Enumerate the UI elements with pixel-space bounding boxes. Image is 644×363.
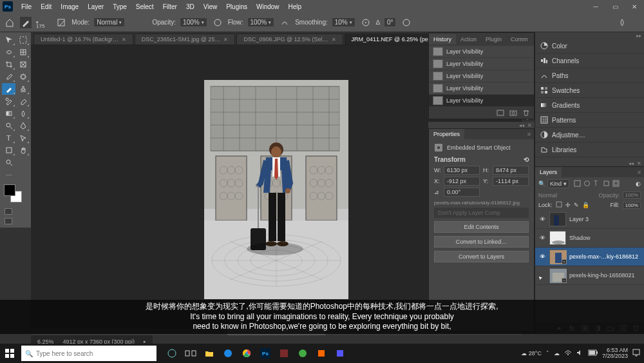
- lock-all-icon[interactable]: 🔒: [582, 202, 589, 208]
- height-input[interactable]: 8474 px: [493, 166, 529, 175]
- layer-row[interactable]: 👁 ▫ pexels-max-…kiy-6186812: [535, 248, 644, 266]
- collapse-icon[interactable]: ◂◂: [519, 123, 524, 128]
- history-brush-tool[interactable]: [2, 95, 15, 107]
- volume-icon[interactable]: [576, 349, 584, 357]
- filter-smart-icon[interactable]: [612, 180, 620, 188]
- layer-row[interactable]: 👁 Shadow: [535, 229, 644, 248]
- lock-brush-icon[interactable]: ✎: [574, 202, 579, 208]
- brush-tool[interactable]: [2, 83, 15, 95]
- flow-dropdown[interactable]: 100%▾: [247, 17, 275, 27]
- eyedropper-tool[interactable]: [2, 71, 15, 83]
- history-item[interactable]: Layer Visibility: [429, 95, 534, 107]
- paths-panel-row[interactable]: Paths: [535, 68, 644, 83]
- selection-tool[interactable]: [16, 46, 30, 58]
- angle-input[interactable]: 0.00°: [444, 188, 480, 197]
- blur-tool[interactable]: [16, 108, 30, 119]
- app-icon[interactable]: [332, 345, 348, 362]
- layer-row[interactable]: ▫ pexels-king-ho-16508021: [535, 266, 644, 285]
- close-icon[interactable]: ✕: [223, 37, 228, 43]
- pressure-size-icon[interactable]: [400, 16, 413, 29]
- visibility-toggle[interactable]: 👁: [538, 253, 546, 260]
- panel-menu-icon[interactable]: ≡: [634, 169, 644, 175]
- convert-to-layers-button[interactable]: Convert to Layers: [434, 251, 529, 262]
- menu-view[interactable]: View: [199, 3, 222, 10]
- swatches-panel-row[interactable]: Swatches: [535, 83, 644, 98]
- filter-toggle-icon[interactable]: ◐: [636, 181, 641, 187]
- lasso-tool[interactable]: [2, 46, 15, 58]
- taskview-icon[interactable]: [182, 345, 199, 362]
- edge-icon[interactable]: [220, 345, 236, 362]
- menu-file[interactable]: File: [17, 3, 36, 10]
- layers-tab[interactable]: Layers: [535, 167, 562, 177]
- comm-tab[interactable]: Comm: [506, 34, 533, 44]
- menu-filter[interactable]: Filter: [158, 3, 182, 10]
- photoshop-icon[interactable]: Ps: [257, 345, 274, 362]
- properties-tab[interactable]: Properties: [429, 129, 464, 139]
- tray-chevron-icon[interactable]: ˄: [546, 350, 549, 357]
- filter-shape-icon[interactable]: [603, 180, 610, 188]
- menu-layer[interactable]: Layer: [83, 3, 108, 10]
- tab-dsc0906[interactable]: DSC_0906.JPG @ 12.5% (Sel…✕: [236, 34, 343, 44]
- color-swatches[interactable]: [2, 183, 30, 206]
- lock-position-icon[interactable]: ✢: [565, 202, 571, 208]
- pen-tool[interactable]: [16, 120, 30, 132]
- menu-edit[interactable]: Edit: [36, 3, 56, 10]
- marquee-tool[interactable]: [16, 34, 30, 46]
- menu-plugins[interactable]: Plugins: [222, 3, 252, 10]
- libraries-panel-row[interactable]: Libraries: [535, 142, 644, 157]
- frame-tool[interactable]: [16, 59, 30, 70]
- tab-dsc2365[interactable]: DSC_2365c1-SM1.jpg @ 25…✕: [135, 34, 236, 44]
- menu-help[interactable]: Help: [284, 3, 307, 10]
- close-panel-icon[interactable]: ✕: [527, 123, 532, 128]
- explorer-icon[interactable]: [201, 345, 218, 362]
- restore-button[interactable]: ▭: [605, 0, 625, 13]
- weather-widget[interactable]: ☁ 28°C: [521, 350, 542, 357]
- tab-untitled[interactable]: Untitled-1 @ 16.7% (Backgr…✕: [33, 34, 133, 44]
- layer-row[interactable]: 👁 Layer 3: [535, 210, 644, 229]
- search-box[interactable]: 🔍 Type here to search: [21, 346, 156, 361]
- dodge-tool[interactable]: [2, 120, 15, 132]
- path-select-tool[interactable]: [16, 132, 30, 144]
- width-input[interactable]: 6130 px: [444, 166, 480, 175]
- menu-3d[interactable]: 3D: [182, 3, 199, 10]
- brush-preview[interactable]: [19, 16, 32, 29]
- color-panel-row[interactable]: Color: [535, 39, 644, 54]
- layer-fill-input[interactable]: 100%: [623, 202, 641, 209]
- filter-pixel-icon[interactable]: [574, 180, 581, 188]
- layer-opacity-input[interactable]: 100%: [623, 191, 641, 199]
- close-panel-icon[interactable]: ✕: [637, 161, 641, 166]
- onedrive-icon[interactable]: ☁: [554, 350, 560, 357]
- type-tool[interactable]: T: [2, 132, 15, 144]
- filter-type-icon[interactable]: T: [593, 180, 600, 188]
- x-input[interactable]: -912 px: [444, 177, 480, 186]
- shape-tool[interactable]: [2, 144, 15, 156]
- close-button[interactable]: ✕: [625, 0, 644, 13]
- cortana-icon[interactable]: [164, 345, 180, 362]
- menu-select[interactable]: Select: [131, 3, 158, 10]
- hand-tool[interactable]: [16, 144, 30, 156]
- wifi-icon[interactable]: [564, 349, 572, 357]
- edit-toolbar[interactable]: ⋯: [2, 169, 15, 181]
- snapshot-icon[interactable]: [509, 109, 518, 117]
- history-item[interactable]: Layer Visibility: [429, 83, 534, 95]
- panel-menu-icon[interactable]: ≡: [524, 131, 534, 137]
- blend-mode-dropdown[interactable]: Normal: [538, 192, 596, 199]
- history-item[interactable]: Layer Visibility: [429, 46, 534, 58]
- history-item[interactable]: Layer Visibility: [429, 70, 534, 83]
- minimize-button[interactable]: ─: [586, 0, 605, 13]
- smoothing-options-icon[interactable]: [359, 16, 372, 29]
- layer-filter-dropdown[interactable]: Kind ▾: [547, 179, 569, 188]
- angle-input[interactable]: 0°: [384, 17, 397, 27]
- opacity-dropdown[interactable]: 100%▾: [180, 17, 207, 27]
- new-document-from-state-icon[interactable]: [496, 109, 505, 117]
- actions-tab[interactable]: Action: [456, 34, 481, 44]
- smoothing-dropdown[interactable]: 10%▾: [332, 17, 355, 27]
- reset-icon[interactable]: ⟲: [524, 156, 529, 163]
- plugin-tab[interactable]: Plugin: [481, 34, 506, 44]
- menu-type[interactable]: Type: [108, 3, 131, 10]
- patterns-panel-row[interactable]: Patterns: [535, 113, 644, 128]
- menu-window[interactable]: Window: [252, 3, 284, 10]
- mode-dropdown[interactable]: Normal▾: [93, 17, 125, 27]
- brush-panel-button[interactable]: [55, 16, 68, 29]
- adjustments-panel-row[interactable]: Adjustme…: [535, 128, 644, 142]
